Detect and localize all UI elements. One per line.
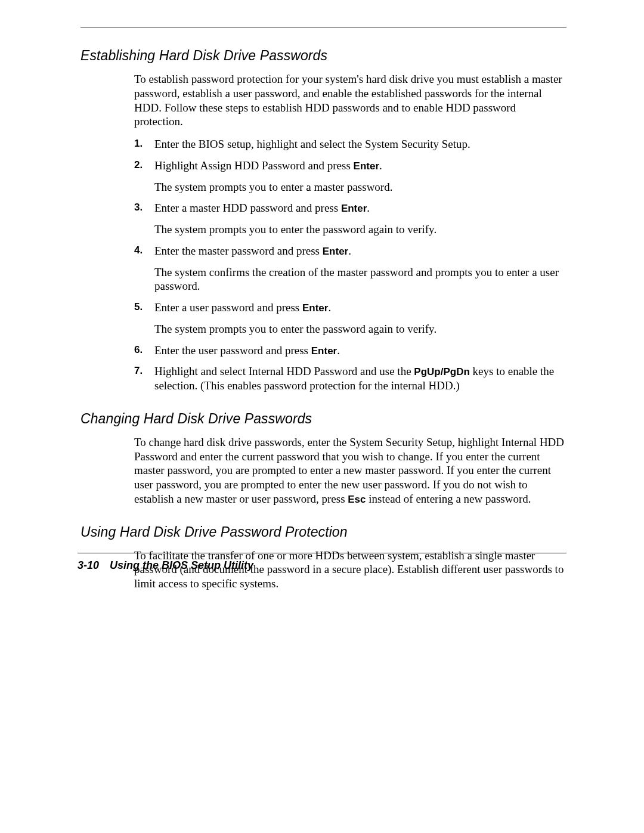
step-body: Enter a user password and press Enter.Th… [154,301,566,336]
section-establishing: Establishing Hard Disk Drive Passwords T… [80,48,566,393]
section-changing: Changing Hard Disk Drive Passwords To ch… [80,411,566,506]
bold-key: PgDn [443,366,469,377]
bold-key: PgUp [414,366,440,377]
text-run: instead of entering a new password. [366,493,531,505]
step-body: Enter the BIOS setup, highlight and sele… [154,137,566,151]
text-run: . [379,159,382,172]
step-item: 2.Highlight Assign HDD Password and pres… [134,159,566,194]
text-run: Enter the BIOS setup, highlight and sele… [154,138,470,150]
section-heading: Establishing Hard Disk Drive Passwords [80,48,566,64]
section-heading: Changing Hard Disk Drive Passwords [80,411,566,427]
text-run: Enter a user password and press [154,301,302,314]
step-item: 7.Highlight and select Internal HDD Pass… [134,364,566,393]
section-heading: Using Hard Disk Drive Password Protectio… [80,524,566,540]
step-number: 4. [134,244,143,256]
document-page: Establishing Hard Disk Drive Passwords T… [0,0,644,833]
step-number: 7. [134,364,143,377]
step-line: Enter a user password and press Enter. [154,301,566,315]
step-item: 3.Enter a master HDD password and press … [134,201,566,237]
step-line: Enter the master password and press Ente… [154,244,566,258]
bold-key: Enter [311,345,337,357]
step-number: 2. [134,159,143,171]
step-line: Highlight and select Internal HDD Passwo… [154,364,566,393]
step-number: 3. [134,201,143,213]
step-line: The system prompts you to enter a master… [154,180,566,194]
step-item: 4.Enter the master password and press En… [134,244,566,293]
step-item: 5.Enter a user password and press Enter.… [134,301,566,336]
step-line: Enter a master HDD password and press En… [154,201,566,215]
footer-title: Using the BIOS Setup Utility [110,559,253,571]
body-paragraph: To change hard disk drive passwords, ent… [134,435,566,506]
text-run: Highlight Assign HDD Password and press [154,159,354,172]
footer-text: 3-10Using the BIOS Setup Utility [78,559,566,572]
bold-key: Enter [354,160,379,172]
step-body: Enter a master HDD password and press En… [154,201,566,237]
step-line: The system prompts you to enter the pass… [154,322,566,336]
text-run: The system prompts you to enter the pass… [154,223,436,236]
intro-paragraph: To establish password protection for you… [134,72,566,129]
text-run: Highlight and select Internal HDD Passwo… [154,365,414,377]
page-footer: 3-10Using the BIOS Setup Utility [78,553,566,572]
text-run: . [328,301,331,314]
step-number: 1. [134,137,143,150]
bold-key: Enter [323,246,348,257]
step-body: Enter the user password and press Enter. [154,343,566,358]
step-number: 5. [134,301,143,313]
step-body: Highlight Assign HDD Password and press … [154,159,566,194]
text-run: The system prompts you to enter the pass… [154,323,436,335]
text-run: Enter the user password and press [154,344,311,357]
section-body: To establish password protection for you… [134,72,566,393]
text-run: Enter the master password and press [154,244,323,257]
page-number: 3-10 [78,559,99,571]
text-run: The system confirms the creation of the … [154,266,559,293]
text-run: Enter a master HDD password and press [154,202,341,214]
bold-key: Enter [302,302,328,314]
text-run: The system prompts you to enter a master… [154,181,392,193]
step-item: 1.Enter the BIOS setup, highlight and se… [134,137,566,151]
step-body: Enter the master password and press Ente… [154,244,566,293]
bold-key: Esc [348,494,366,505]
text-run: . [348,244,351,257]
text-run: . [367,202,370,214]
step-line: Highlight Assign HDD Password and press … [154,159,566,173]
step-line: Enter the BIOS setup, highlight and sele… [154,137,566,151]
steps-list: 1.Enter the BIOS setup, highlight and se… [134,137,566,393]
step-body: Highlight and select Internal HDD Passwo… [154,364,566,393]
step-line: Enter the user password and press Enter. [154,343,566,358]
section-body: To change hard disk drive passwords, ent… [134,435,566,506]
step-line: The system confirms the creation of the … [154,265,566,294]
step-line: The system prompts you to enter the pass… [154,222,566,237]
bold-key: Enter [341,203,367,214]
step-number: 6. [134,343,143,356]
text-run: . [337,344,340,357]
bottom-rule [78,553,566,553]
step-item: 6.Enter the user password and press Ente… [134,343,566,358]
top-rule [80,27,566,27]
